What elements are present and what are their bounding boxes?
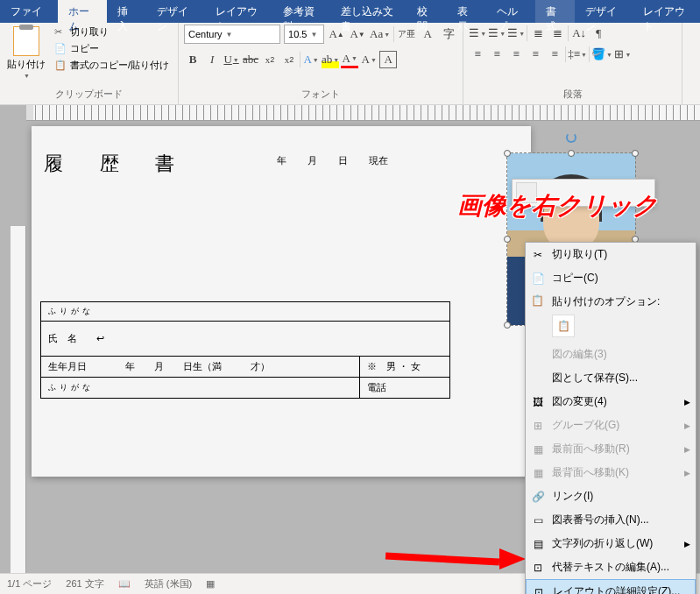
clear-formatting-button[interactable]: A bbox=[419, 25, 436, 43]
bullets-button[interactable]: ☰▼ bbox=[469, 25, 486, 42]
ctx-insert-caption[interactable]: ▭図表番号の挿入(N)... bbox=[526, 508, 696, 532]
highlight-button[interactable]: ab▼ bbox=[322, 51, 339, 68]
paste-option-button[interactable]: 📋 bbox=[552, 315, 575, 337]
character-border-button[interactable]: A bbox=[379, 51, 397, 68]
document-page[interactable]: 履 歴 書 年月日現在 ふりがな 氏 名 ↩ 生年月日 年 月 日生（満 才） … bbox=[32, 126, 531, 477]
ctx-edit-image-label: 図の編集(3) bbox=[552, 347, 607, 362]
ctx-wrap-text[interactable]: ▤文字列の折り返し(W)▶ bbox=[526, 532, 696, 555]
align-right-button[interactable]: ≡ bbox=[507, 46, 525, 63]
tab-home[interactable]: ホーム bbox=[58, 0, 107, 23]
font-group: Century▼ 10.5▼ A▲ A▼ Aa▼ ア亜 A 字 B I U▼ a… bbox=[179, 23, 463, 104]
decrease-indent-button[interactable]: ≣ bbox=[529, 25, 547, 42]
context-menu: ✂切り取り(T) 📄コピー(C) 📋貼り付けのオプション: 📋 図の編集(3) … bbox=[525, 242, 696, 594]
language-status[interactable]: 英語 (米国) bbox=[145, 577, 192, 590]
tab-layout[interactable]: レイアウト bbox=[205, 0, 272, 23]
ctx-cut[interactable]: ✂切り取り(T) bbox=[526, 243, 696, 266]
character-shading-button[interactable]: A▼ bbox=[360, 51, 378, 68]
multilevel-list-button[interactable]: ☰▼ bbox=[507, 25, 525, 42]
furigana-row-2: ふりがな bbox=[41, 378, 360, 399]
paragraph-group-label: 段落 bbox=[469, 86, 676, 103]
tab-layout-2[interactable]: レイアウト bbox=[633, 0, 700, 23]
ctx-bring-front: ▦最前面へ移動(R)▶ bbox=[526, 437, 696, 461]
page-count[interactable]: 1/1 ページ bbox=[7, 577, 52, 590]
italic-button[interactable]: I bbox=[203, 51, 221, 68]
wrap-icon: ▤ bbox=[531, 537, 545, 551]
tab-review[interactable]: 校閲 bbox=[407, 0, 446, 23]
shrink-font-button[interactable]: A▼ bbox=[349, 25, 366, 43]
tab-mailings[interactable]: 差し込み文書 bbox=[330, 0, 407, 23]
copy-button[interactable]: コピー bbox=[51, 41, 173, 56]
image-icon: 🖼 bbox=[531, 395, 545, 409]
font-name-select[interactable]: Century▼ bbox=[184, 25, 280, 44]
tab-format[interactable]: 書式 bbox=[535, 0, 575, 23]
ctx-edit-image: 図の編集(3) bbox=[526, 343, 696, 366]
borders-button[interactable]: ⊞▼ bbox=[614, 46, 632, 63]
underline-button[interactable]: U▼ bbox=[223, 51, 240, 68]
bold-button[interactable]: B bbox=[184, 51, 202, 68]
line-spacing-button[interactable]: ‡≡▼ bbox=[568, 46, 587, 63]
paste-icon bbox=[13, 26, 39, 56]
resume-table: ふりがな 氏 名 ↩ 生年月日 年 月 日生（満 才） ※ 男 ・ 女 ふりがな… bbox=[40, 301, 450, 399]
font-group-label: フォント bbox=[184, 86, 457, 103]
brush-icon bbox=[54, 60, 67, 71]
increase-indent-button[interactable]: ≣ bbox=[548, 25, 566, 42]
font-color-button[interactable]: A▼ bbox=[341, 51, 358, 68]
resize-handle[interactable] bbox=[504, 236, 511, 243]
numbering-button[interactable]: ☰▼ bbox=[488, 25, 506, 42]
ctx-layout-advanced[interactable]: ⊡レイアウトの詳細設定(Z)... bbox=[526, 579, 696, 594]
strikethrough-button[interactable]: abc bbox=[242, 51, 259, 68]
horizontal-ruler[interactable] bbox=[26, 105, 700, 121]
show-marks-button[interactable]: ¶ bbox=[590, 25, 607, 42]
ctx-link[interactable]: 🔗リンク(I) bbox=[526, 484, 696, 508]
chevron-down-icon: ▼ bbox=[310, 31, 317, 39]
ctx-alt-text-label: 代替テキストの編集(A)... bbox=[552, 560, 669, 575]
paste-button[interactable]: 貼り付け ▼ bbox=[5, 25, 47, 81]
resize-handle[interactable] bbox=[504, 150, 511, 157]
ctx-layout-advanced-label: レイアウトの詳細設定(Z)... bbox=[553, 584, 680, 594]
tab-file[interactable]: ファイル bbox=[0, 0, 58, 23]
ctx-bring-front-label: 最前面へ移動(R) bbox=[552, 442, 630, 456]
align-center-button[interactable]: ≡ bbox=[488, 46, 506, 63]
proofing-icon[interactable]: 📖 bbox=[118, 578, 131, 590]
word-count[interactable]: 261 文字 bbox=[66, 577, 103, 590]
vertical-ruler[interactable] bbox=[11, 226, 26, 576]
ctx-alt-text[interactable]: ⊡代替テキストの編集(A)... bbox=[526, 555, 696, 579]
ctx-save-as-picture[interactable]: 図として保存(S)... bbox=[526, 366, 696, 390]
rotate-handle[interactable] bbox=[566, 132, 576, 143]
cut-button[interactable]: 切り取り bbox=[51, 25, 173, 39]
shading-button[interactable]: 🪣▼ bbox=[591, 46, 612, 63]
font-name-value: Century bbox=[188, 29, 223, 39]
layout-icon: ⊡ bbox=[532, 585, 546, 595]
tab-help[interactable]: ヘルプ bbox=[486, 0, 535, 23]
font-size-select[interactable]: 10.5▼ bbox=[284, 25, 324, 44]
distribute-button[interactable]: ≡ bbox=[546, 46, 563, 63]
superscript-button[interactable]: x2 bbox=[280, 51, 298, 68]
sort-button[interactable]: A↓ bbox=[570, 25, 588, 42]
enclose-char-button[interactable]: 字 bbox=[440, 25, 457, 43]
format-painter-button[interactable]: 書式のコピー/貼り付け bbox=[51, 58, 173, 73]
text-effects-button[interactable]: A▼ bbox=[302, 51, 320, 68]
resize-handle[interactable] bbox=[568, 150, 575, 157]
group-icon: ⊞ bbox=[531, 419, 545, 433]
ctx-change-picture[interactable]: 🖼図の変更(4)▶ bbox=[526, 390, 696, 414]
ctx-copy[interactable]: 📄コピー(C) bbox=[526, 266, 696, 290]
ribbon-tabs: ファイル ホーム 挿入 デザイン レイアウト 参考資料 差し込み文書 校閲 表示… bbox=[0, 0, 700, 23]
macro-icon[interactable]: ▦ bbox=[206, 578, 215, 590]
resize-handle[interactable] bbox=[504, 322, 511, 329]
justify-button[interactable]: ≡ bbox=[527, 46, 544, 63]
ctx-group: ⊞グループ化(G)▶ bbox=[526, 414, 696, 437]
grow-font-button[interactable]: A▲ bbox=[328, 25, 345, 43]
tab-design[interactable]: デザイン bbox=[146, 0, 204, 23]
tab-view[interactable]: 表示 bbox=[447, 0, 486, 23]
chevron-right-icon: ▶ bbox=[684, 469, 690, 477]
phonetic-guide-button[interactable]: ア亜 bbox=[398, 25, 415, 43]
tab-insert[interactable]: 挿入 bbox=[107, 0, 146, 23]
tab-design-2[interactable]: デザイン bbox=[575, 0, 633, 23]
subscript-button[interactable]: x2 bbox=[261, 51, 279, 68]
change-case-button[interactable]: Aa▼ bbox=[370, 25, 390, 43]
align-left-button[interactable]: ≡ bbox=[469, 46, 486, 63]
resize-handle[interactable] bbox=[632, 150, 639, 157]
gender-cell: ※ 男 ・ 女 bbox=[360, 357, 450, 378]
tab-references[interactable]: 参考資料 bbox=[272, 0, 330, 23]
link-icon: 🔗 bbox=[531, 490, 545, 504]
